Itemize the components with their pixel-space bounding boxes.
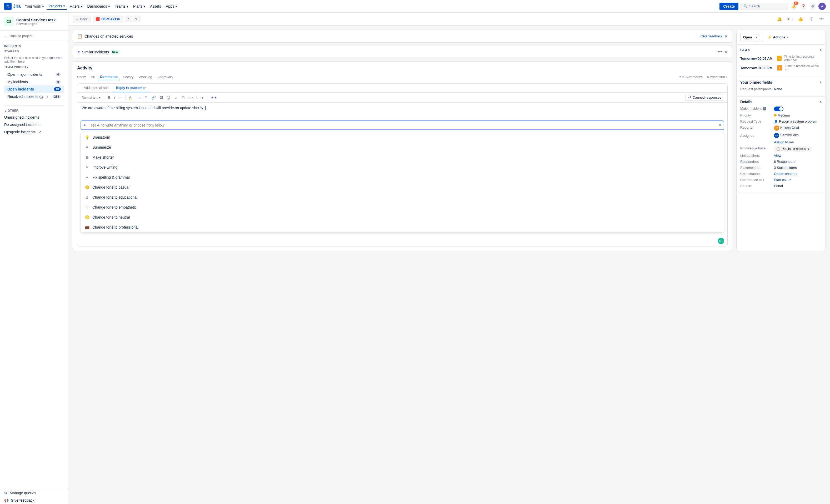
activity-tabs: Show: All Comments History Work log Appr… bbox=[77, 74, 728, 80]
create-channel-link[interactable]: Create channel bbox=[774, 172, 797, 176]
priority-value[interactable]: Medium bbox=[774, 113, 790, 117]
request-type-value[interactable]: 👤Report a system problem bbox=[774, 120, 817, 123]
nav-apps[interactable]: Apps ▾ bbox=[164, 3, 179, 9]
tab-history[interactable]: History bbox=[121, 74, 135, 80]
ai-neutral-item[interactable]: 😐 Change tone to neutral bbox=[81, 212, 724, 222]
more-actions-btn[interactable]: ••• bbox=[818, 15, 826, 23]
search-box[interactable]: 🔍 Search bbox=[740, 3, 788, 9]
other-section-toggle[interactable]: ∨ OTHER bbox=[0, 108, 68, 114]
give-feedback-link[interactable]: Give feedback bbox=[701, 34, 722, 38]
internal-note-tab[interactable]: Add internal note bbox=[81, 83, 113, 92]
card-collapse-btn[interactable]: ∨ bbox=[725, 34, 728, 39]
sidebar-item-open-major[interactable]: Open major incidents 0 bbox=[4, 71, 64, 78]
back-button[interactable]: ← Back bbox=[73, 16, 91, 22]
nav-your-work[interactable]: Your work ▾ bbox=[23, 3, 46, 9]
text-style-dropdown[interactable]: Normal te... ▾ bbox=[81, 95, 102, 100]
linked-alerts-view[interactable]: View bbox=[774, 154, 781, 158]
ai-professional-item[interactable]: 💼 Change tone to professional bbox=[81, 222, 724, 232]
reply-customer-tab[interactable]: Reply to customer bbox=[113, 83, 149, 92]
notifications-button[interactable]: 🔔 9+ bbox=[790, 3, 797, 10]
summarize-btn[interactable]: ✦✦ Summarize bbox=[677, 74, 705, 80]
user-avatar[interactable]: A bbox=[819, 3, 826, 10]
ai-spelling-item[interactable]: ✦ Fix spelling & grammar bbox=[81, 172, 724, 182]
bold-btn[interactable]: B bbox=[106, 95, 111, 100]
settings-button[interactable]: ⚙ bbox=[809, 3, 816, 10]
canned-responses-btn[interactable]: ↺ Canned responses bbox=[685, 94, 724, 101]
assign-to-me-link[interactable]: Assign to me bbox=[774, 140, 794, 144]
ai-prompt-input[interactable] bbox=[81, 121, 724, 130]
actions-button[interactable]: ⚡ Actions ▾ bbox=[765, 34, 791, 40]
ai-empathetic-item[interactable]: ♡ Change tone to empathetic bbox=[81, 202, 724, 212]
ai-brainstorm-item[interactable]: 💡 Brainstorm bbox=[81, 132, 724, 142]
ai-summarize-item[interactable]: ≡ Summarize bbox=[81, 142, 724, 152]
sidebar-item-my-incidents[interactable]: My incidents 0 bbox=[4, 78, 64, 86]
font-color-btn[interactable]: A bbox=[128, 95, 133, 100]
resolved-label: Resolved incidents (la...) bbox=[7, 94, 47, 99]
topbar-right: 🔔 👁 1 👍 ⇪ ••• bbox=[775, 15, 826, 23]
nav-dashboards[interactable]: Dashboards ▾ bbox=[85, 3, 112, 9]
rp-value: None bbox=[774, 87, 782, 91]
watch-btn[interactable]: 👁 1 bbox=[786, 15, 794, 23]
sidebar-item-open-incidents[interactable]: Open incidents 18 bbox=[4, 86, 64, 93]
slas-collapse-icon[interactable]: ∧ bbox=[820, 48, 822, 52]
tab-all[interactable]: All bbox=[89, 74, 97, 80]
sidebar-item-opsgenie[interactable]: Opsgenie incidents ↗ bbox=[0, 128, 68, 136]
major-incident-toggle[interactable] bbox=[774, 106, 784, 111]
italic-btn[interactable]: I bbox=[113, 95, 116, 100]
reply-text-content[interactable]: We are aware of the billing system issue… bbox=[77, 103, 727, 119]
more-btn[interactable]: + bbox=[200, 95, 205, 100]
kb-articles-btn[interactable]: 📋 15 related articles ∨ bbox=[774, 146, 811, 152]
similar-more-btn[interactable]: ••• bbox=[717, 49, 722, 55]
give-feedback-link[interactable]: 📢 Give feedback bbox=[0, 497, 68, 504]
tab-work-log[interactable]: Work log bbox=[136, 74, 154, 80]
ai-improve-item[interactable]: ✎ Improve writing bbox=[81, 162, 724, 172]
ai-shorter-item[interactable]: ⊟ Make shorter bbox=[81, 152, 724, 162]
info-btn[interactable]: ℹ bbox=[195, 95, 199, 100]
next-issue-button[interactable]: ∨ bbox=[133, 16, 140, 22]
create-button[interactable]: Create bbox=[720, 3, 738, 10]
nav-projects[interactable]: Projects ▾ bbox=[46, 3, 67, 10]
more-text-btn[interactable]: ··· bbox=[117, 95, 123, 100]
nav-assets[interactable]: Assets bbox=[148, 3, 163, 9]
field-stakeholders: Stakeholders 3 Stakeholders bbox=[740, 166, 822, 170]
nav-filters[interactable]: Filters ▾ bbox=[68, 3, 85, 9]
newest-first-sort[interactable]: Newest first ↕ bbox=[707, 75, 728, 79]
bullet-list-btn[interactable]: ≡ bbox=[137, 95, 142, 100]
nav-teams[interactable]: Teams ▾ bbox=[113, 3, 130, 9]
back-to-project-link[interactable]: ← Back to project bbox=[0, 31, 68, 41]
ai-clear-btn[interactable]: ✕ bbox=[719, 123, 722, 127]
similar-collapse-btn[interactable]: ∨ bbox=[725, 49, 728, 55]
pinned-collapse-icon[interactable]: ∧ bbox=[820, 80, 822, 84]
like-btn[interactable]: 👍 bbox=[796, 15, 805, 23]
issue-id[interactable]: ITSM-17116 bbox=[101, 17, 120, 21]
field-knowledge-base: Knowledge base 📋 15 related articles ∨ bbox=[740, 146, 822, 152]
mention-btn[interactable]: @ bbox=[165, 95, 172, 100]
table-btn[interactable]: ⊟ bbox=[180, 95, 186, 100]
manage-queues-link[interactable]: ⚙ Manage queues bbox=[0, 489, 68, 497]
nav-plans[interactable]: Plans ▾ bbox=[131, 3, 147, 9]
numbered-list-btn[interactable]: ⊞ bbox=[143, 95, 149, 100]
tab-approvals[interactable]: Approvals bbox=[155, 74, 175, 80]
link-btn[interactable]: 🔗 bbox=[150, 95, 157, 100]
prev-issue-button[interactable]: ∧ bbox=[125, 16, 132, 22]
share-btn[interactable]: ⇪ bbox=[807, 15, 815, 23]
ai-enhance-btn[interactable]: ✦✦ bbox=[210, 95, 218, 100]
ai-casual-item[interactable]: 😊 Change tone to casual bbox=[81, 182, 724, 192]
sidebar-item-resolved[interactable]: Resolved incidents (la...) 238 bbox=[4, 93, 64, 100]
start-call-link[interactable]: Start call ↗ bbox=[774, 178, 791, 182]
sidebar-item-reassigned[interactable]: Re-assigned incidents bbox=[0, 121, 68, 128]
status-open-btn[interactable]: Open ▾ bbox=[740, 33, 763, 42]
notifications-icon-btn[interactable]: 🔔 bbox=[775, 15, 784, 23]
help-button[interactable]: ❓ bbox=[799, 3, 807, 10]
code-btn[interactable]: <> bbox=[187, 95, 194, 100]
tab-comments[interactable]: Comments bbox=[98, 74, 120, 80]
app-layout: CS Central Service Desk Service project … bbox=[0, 13, 830, 504]
details-collapse-icon[interactable]: ∧ bbox=[820, 100, 822, 104]
jira-logo[interactable]: ⬡ Jira bbox=[4, 3, 21, 10]
emoji-btn[interactable]: ☺ bbox=[173, 95, 179, 100]
sidebar-item-unassigned[interactable]: Unassigned incidents bbox=[0, 114, 68, 121]
image-btn[interactable]: 🖼 bbox=[158, 95, 164, 100]
grammarly-icon[interactable]: G+ bbox=[718, 238, 724, 244]
info-icon[interactable]: i bbox=[763, 107, 766, 110]
ai-educational-item[interactable]: 🖥 Change tone to educational bbox=[81, 192, 724, 202]
